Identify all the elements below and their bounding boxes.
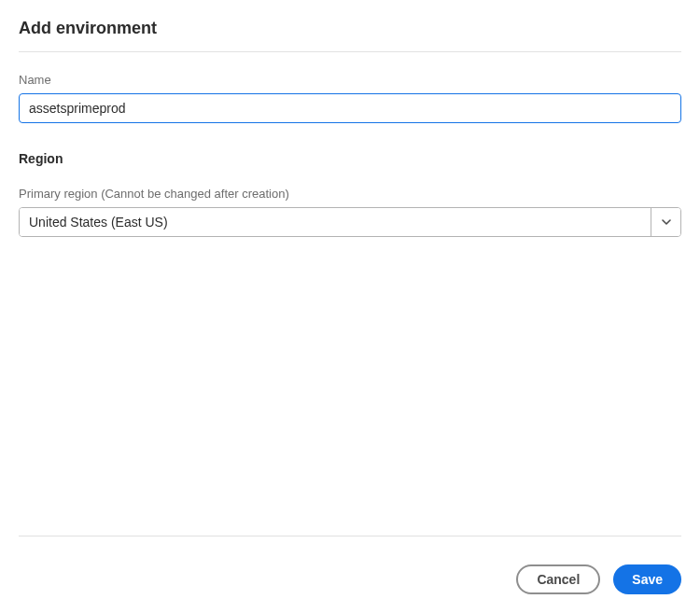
save-button[interactable]: Save bbox=[613, 564, 681, 594]
button-row: Cancel Save bbox=[19, 564, 681, 594]
name-input[interactable] bbox=[19, 93, 681, 123]
footer-divider bbox=[19, 536, 681, 536]
chevron-down-icon bbox=[662, 219, 671, 225]
primary-region-select[interactable]: United States (East US) bbox=[19, 207, 681, 237]
cancel-button[interactable]: Cancel bbox=[516, 564, 600, 594]
dialog-footer: Cancel Save bbox=[19, 536, 681, 594]
primary-region-trigger[interactable] bbox=[651, 208, 680, 236]
header-divider bbox=[19, 51, 681, 52]
region-help-text: Primary region (Cannot be changed after … bbox=[19, 187, 681, 201]
dialog-title: Add environment bbox=[19, 19, 681, 38]
primary-region-value[interactable]: United States (East US) bbox=[20, 208, 651, 236]
region-heading: Region bbox=[19, 151, 681, 166]
name-label: Name bbox=[19, 73, 681, 87]
